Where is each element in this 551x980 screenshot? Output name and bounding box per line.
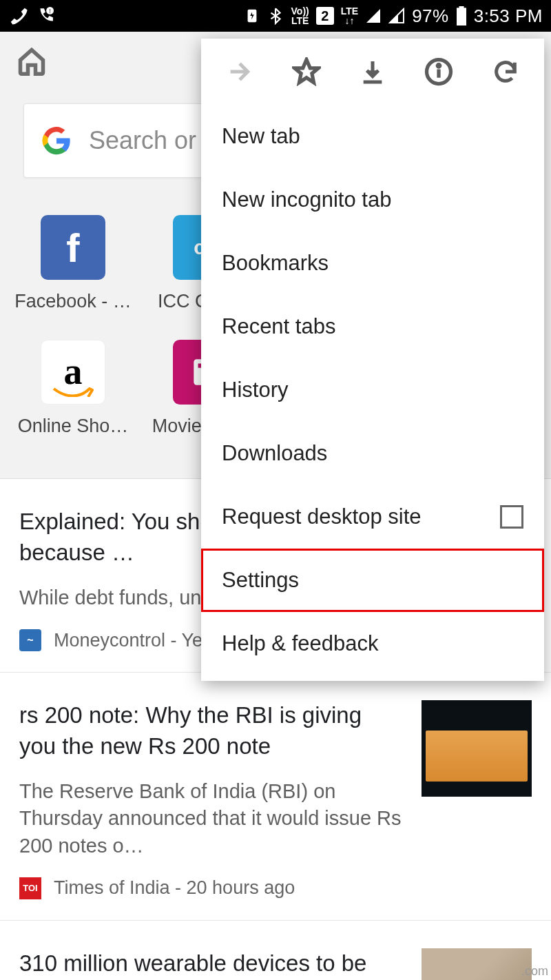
svg-point-9 <box>438 65 441 68</box>
reload-button[interactable] <box>490 57 521 87</box>
status-left: ! <box>8 6 54 26</box>
svg-rect-4 <box>459 6 464 9</box>
feed-article[interactable]: 310 million wearable devices to be sold … <box>0 921 551 980</box>
menu-settings[interactable]: Settings <box>201 549 544 612</box>
phone-alert-icon: ! <box>36 6 54 26</box>
sim-slot-badge: 2 <box>316 7 334 25</box>
shortcut-label: Online Sho… <box>18 416 129 437</box>
menu-icon-row <box>201 39 544 105</box>
menu-new-tab[interactable]: New tab <box>201 105 544 168</box>
article-thumbnail <box>422 700 532 797</box>
volte-indicator: Vo))LTE <box>291 6 309 25</box>
forward-button[interactable] <box>225 57 255 87</box>
source-text: Times of India - 20 hours ago <box>54 877 295 899</box>
android-status-bar: ! Vo))LTE 2 LTE↓↑ 97% 3:53 PM <box>0 0 551 32</box>
article-title: rs 200 note: Why the RBI is giving you t… <box>19 700 404 762</box>
menu-recent-tabs[interactable]: Recent tabs <box>201 295 544 358</box>
refresh-icon <box>492 58 519 85</box>
download-icon <box>359 58 386 85</box>
download-button[interactable] <box>357 57 388 87</box>
feed-article[interactable]: rs 200 note: Why the RBI is giving you t… <box>0 673 551 921</box>
battery-save-icon <box>245 6 260 26</box>
article-snippet: The Reserve Bank of India (RBI) on Thurs… <box>19 778 404 859</box>
home-icon <box>17 46 47 76</box>
star-outline-icon <box>292 57 321 86</box>
svg-rect-3 <box>457 8 466 25</box>
menu-bookmarks[interactable]: Bookmarks <box>201 232 544 295</box>
menu-new-incognito[interactable]: New incognito tab <box>201 168 544 232</box>
article-title: 310 million wearable devices to be sold … <box>19 948 404 980</box>
bookmark-button[interactable] <box>291 57 322 87</box>
article-thumbnail <box>422 948 532 980</box>
signal-sim2-icon <box>388 8 405 24</box>
svg-text:!: ! <box>49 8 50 14</box>
desktop-site-checkbox[interactable] <box>500 505 523 529</box>
overflow-menu: New tab New incognito tab Bookmarks Rece… <box>201 39 544 681</box>
menu-history[interactable]: History <box>201 358 544 422</box>
amazon-icon: a <box>41 340 105 405</box>
menu-help[interactable]: Help & feedback <box>201 612 544 675</box>
source-icon-toi: TOI <box>19 877 41 899</box>
phone-outgoing-icon <box>8 6 29 26</box>
info-button[interactable] <box>424 57 454 87</box>
shortcut-facebook[interactable]: f Facebook - … <box>7 215 139 312</box>
menu-downloads[interactable]: Downloads <box>201 422 544 485</box>
battery-percentage: 97% <box>412 6 449 27</box>
battery-full-icon <box>456 6 467 25</box>
facebook-icon: f <box>41 215 105 280</box>
article-source: TOI Times of India - 20 hours ago <box>19 877 404 899</box>
shortcut-label: Facebook - … <box>14 291 132 312</box>
clock: 3:53 PM <box>474 6 543 27</box>
bluetooth-icon <box>267 7 284 25</box>
status-right: Vo))LTE 2 LTE↓↑ 97% 3:53 PM <box>245 6 543 27</box>
signal-sim1-icon <box>365 8 382 24</box>
source-icon-moneycontrol: ~ <box>19 629 41 651</box>
arrow-forward-icon <box>226 58 253 85</box>
lte-indicator: LTE↓↑ <box>341 6 358 25</box>
info-icon <box>424 57 453 86</box>
shortcut-amazon[interactable]: a Online Sho… <box>7 340 139 437</box>
home-button[interactable] <box>17 46 47 79</box>
menu-request-desktop[interactable]: Request desktop site <box>201 485 544 549</box>
watermark: .com <box>521 964 548 979</box>
google-logo-icon <box>42 126 71 155</box>
